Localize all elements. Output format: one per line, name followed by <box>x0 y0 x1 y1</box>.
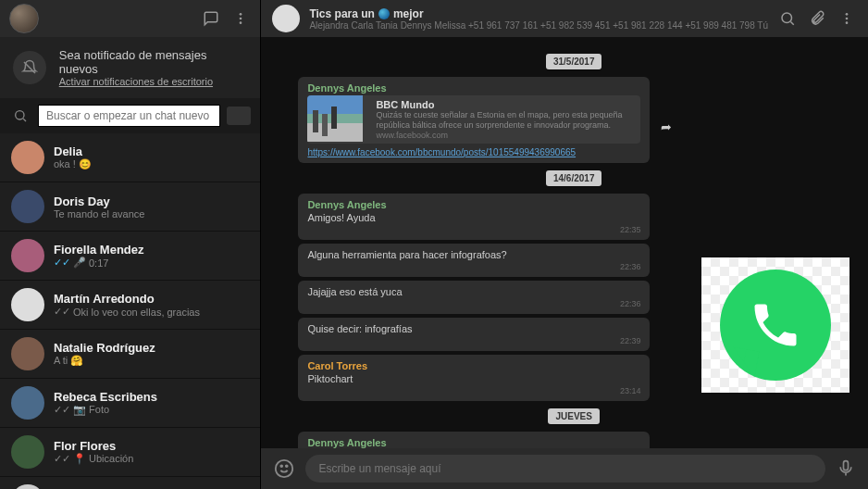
chat-avatar <box>11 484 44 489</box>
chat-avatar <box>11 288 44 321</box>
message-bubble[interactable]: Alguna herramienta para hacer infografoa… <box>298 244 650 277</box>
message-bubble[interactable]: Jajajja eso está yuca22:36 <box>298 281 650 314</box>
svg-point-11 <box>281 465 283 467</box>
my-avatar[interactable] <box>9 4 39 33</box>
search-row <box>0 98 260 133</box>
attach-icon[interactable] <box>807 8 827 29</box>
message-input[interactable] <box>305 455 825 483</box>
group-name: Tics para un mejor <box>309 7 768 20</box>
conversation-header: Tics para un mejor Alejandra Carla Tania… <box>261 0 868 37</box>
chat-avatar <box>11 141 44 174</box>
svg-point-7 <box>846 13 849 16</box>
conversation-panel: Tics para un mejor Alejandra Carla Tania… <box>261 0 868 489</box>
chat-menu-icon[interactable] <box>837 8 857 29</box>
chat-preview: ✓✓ 📷 Foto <box>54 404 249 416</box>
group-members: Alejandra Carla Tania Dennys Melissa +51… <box>309 20 768 31</box>
svg-point-5 <box>782 13 792 23</box>
chat-preview: ✓✓🎤 0:17 <box>54 257 249 269</box>
search-icon <box>9 108 31 123</box>
preview-image <box>307 95 363 142</box>
svg-point-0 <box>240 13 242 16</box>
forward-icon[interactable]: ➦ <box>661 119 672 134</box>
search-trailing <box>227 107 251 125</box>
chat-preview: oka ! 😊 <box>54 158 249 170</box>
date-chip: JUEVES <box>548 408 599 424</box>
chat-list-item[interactable]: Flor Flores✓✓ 📍 Ubicación <box>0 428 260 477</box>
chat-list-item[interactable]: Deliaoka ! 😊 <box>0 133 260 182</box>
svg-point-2 <box>240 21 242 24</box>
message-text: Amigos! Ayuda <box>307 212 640 223</box>
message-text: Quise decir: infografías <box>307 323 640 334</box>
message-time: 22:36 <box>307 262 640 271</box>
message-bubble[interactable]: Dennys AngelesAmigos! Ayuda22:35 <box>298 194 650 240</box>
svg-point-9 <box>846 21 849 24</box>
chat-list-item[interactable]: ReuGladys: Segundo piso <box>0 477 260 489</box>
message-link[interactable]: https://www.facebook.com/bbcmundo/posts/… <box>307 147 640 157</box>
svg-line-4 <box>23 119 26 121</box>
chat-list-item[interactable]: Doris DayTe mando el avance <box>0 182 260 232</box>
date-chip: 31/5/2017 <box>546 54 602 69</box>
message-text: Alguna herramienta para hacer infografoa… <box>307 249 640 260</box>
chat-avatar <box>11 435 44 469</box>
svg-point-1 <box>240 18 242 20</box>
composer <box>261 448 868 489</box>
chat-name: Martín Arredondo <box>54 292 249 306</box>
chat-avatar <box>11 337 44 370</box>
chat-preview: Te mando el avance <box>54 208 249 219</box>
message-bubble[interactable]: Dennys Angeles BBC Mundo Quizás te cuest… <box>298 77 650 163</box>
link-preview[interactable]: BBC Mundo Quizás te cueste señalar a Est… <box>307 95 640 144</box>
message-text: Piktochart <box>307 373 640 384</box>
emoji-icon[interactable] <box>274 458 294 479</box>
message-bubble[interactable]: Dennys Angeles Gracias!! <box>298 432 650 448</box>
mic-icon[interactable] <box>837 459 855 478</box>
message-time: 22:35 <box>307 225 640 234</box>
chat-preview: ✓✓ Oki lo veo con ellas, gracias <box>54 306 249 318</box>
chat-preview: ✓✓ 📍 Ubicación <box>54 453 249 465</box>
chat-avatar <box>11 239 44 272</box>
date-chip: 14/6/2017 <box>546 170 602 186</box>
preview-title: BBC Mundo <box>376 99 635 110</box>
message-bubble[interactable]: Carol Torres Piktochart 23:14 <box>298 355 650 401</box>
left-header <box>0 0 260 37</box>
bell-off-icon <box>13 51 46 84</box>
message-time: 22:36 <box>307 299 640 308</box>
preview-desc: Quizás te cueste señalar a Estonia en el… <box>376 110 635 131</box>
chat-avatar <box>11 386 44 420</box>
notification-banner: Sea notificado de mensajes nuevos Activa… <box>0 37 260 98</box>
chat-name: Delia <box>54 144 249 158</box>
message-text: Jajajja eso está yuca <box>307 286 640 297</box>
svg-point-8 <box>846 18 849 20</box>
notif-enable-link[interactable]: Activar notificaciones de escritorio <box>59 76 248 87</box>
chat-list-item[interactable]: Martín Arredondo✓✓ Oki lo veo con ellas,… <box>0 281 260 330</box>
chat-list-panel: Sea notificado de mensajes nuevos Activa… <box>0 0 261 489</box>
globe-icon <box>378 8 390 19</box>
chat-list-item[interactable]: Rebeca Escribens✓✓ 📷 Foto <box>0 379 260 428</box>
search-input[interactable] <box>39 106 219 126</box>
chat-preview: A ti 🤗 <box>54 355 249 367</box>
message-sender: Dennys Angeles <box>307 199 640 210</box>
group-avatar[interactable] <box>272 5 300 32</box>
message-bubble[interactable]: Quise decir: infografías22:39 <box>298 318 650 351</box>
new-chat-icon[interactable] <box>201 8 221 29</box>
chat-list-item[interactable]: Natalie RodríguezA ti 🤗 <box>0 330 260 379</box>
chat-list: Deliaoka ! 😊Doris DayTe mando el avanceF… <box>0 133 260 489</box>
message-sender: Dennys Angeles <box>307 437 640 448</box>
preview-domain: www.facebook.com <box>376 131 635 140</box>
svg-point-12 <box>286 465 288 467</box>
notif-title: Sea notificado de mensajes nuevos <box>59 48 248 76</box>
menu-icon[interactable] <box>230 8 251 29</box>
chat-name: Rebeca Escribens <box>54 390 249 404</box>
chat-name: Natalie Rodríguez <box>54 341 249 355</box>
search-in-chat-icon[interactable] <box>777 8 798 29</box>
message-sender: Dennys Angeles <box>307 82 640 94</box>
chat-avatar <box>11 190 44 223</box>
svg-point-10 <box>276 460 292 477</box>
svg-rect-13 <box>844 461 849 470</box>
chat-list-item[interactable]: Fiorella Mendez✓✓🎤 0:17 <box>0 232 260 281</box>
chat-name: Doris Day <box>54 194 249 208</box>
chat-name: Fiorella Mendez <box>54 243 249 257</box>
whatsapp-logo-overlay <box>701 257 849 393</box>
messages-area[interactable]: 31/5/2017 Dennys Angeles BBC Mundo Quizá… <box>261 37 868 448</box>
chat-name: Flor Flores <box>54 439 249 453</box>
svg-line-6 <box>790 21 793 24</box>
